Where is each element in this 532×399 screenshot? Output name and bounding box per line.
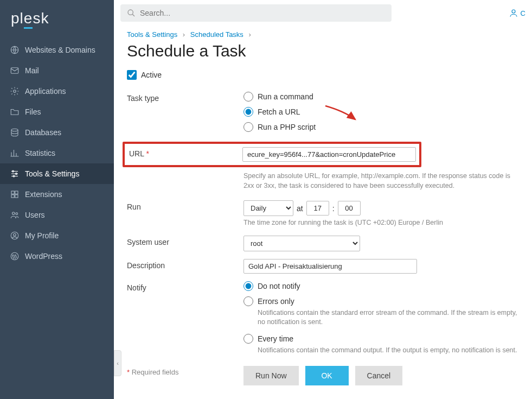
sidebar-item-files[interactable]: Files [0,102,114,122]
run-minute-input[interactable] [338,201,361,216]
description-row: Description [127,259,519,274]
main-area: C Tools & Settings › Scheduled Tasks › S… [114,0,532,399]
search-box[interactable] [120,4,392,22]
sidebar-item-label: Files [25,107,41,116]
database-icon [10,128,20,137]
svg-rect-10 [15,195,18,198]
sidebar-item-users[interactable]: Users [0,205,114,225]
sidebar-item-my-profile[interactable]: My Profile [0,225,114,246]
active-checkbox[interactable] [127,70,137,80]
run-now-button[interactable]: Run Now [243,366,299,385]
required-note: * Required fields [127,366,243,376]
globe-icon [10,45,20,55]
run-at-label: at [297,204,303,213]
svg-point-6 [13,175,15,177]
search-input[interactable] [140,9,385,17]
svg-point-11 [12,212,15,215]
sidebar-item-label: Mail [25,66,39,75]
sidebar-item-label: Applications [25,87,66,96]
puzzle-icon [10,189,20,199]
svg-point-3 [11,129,18,131]
svg-point-4 [12,170,14,172]
folder-icon [10,107,20,117]
system-user-select[interactable]: root [243,236,360,251]
chevron-right-icon: › [245,30,254,39]
page-title: Schedule a Task [127,42,519,60]
svg-rect-7 [11,191,14,194]
sidebar-item-applications[interactable]: Applications [0,81,114,102]
user-icon [509,8,518,18]
task-type-php-radio[interactable] [243,122,253,132]
notify-none-radio[interactable] [243,281,253,291]
ok-button[interactable]: OK [305,366,349,385]
brand-logo: plesk [0,0,114,40]
notify-always-radio[interactable] [243,334,253,344]
footer-row: * Required fields Run Now OK Cancel [127,366,519,385]
task-type-url-radio[interactable] [243,107,253,117]
mail-icon [10,66,20,75]
users-icon [10,210,20,220]
svg-point-18 [512,10,515,13]
svg-point-2 [14,90,16,93]
sidebar-item-label: Extensions [25,190,62,199]
sidebar-item-extensions[interactable]: Extensions [0,184,114,205]
sidebar-item-label: Websites & Domains [25,46,95,54]
profile-icon [10,231,20,240]
notify-none-label: Do not notify [258,282,300,290]
search-icon [127,9,136,17]
wordpress-icon [10,251,20,261]
run-label: Run [127,200,243,211]
run-help: The time zone for running the task is (U… [243,218,519,228]
breadcrumb-item-scheduled[interactable]: Scheduled Tasks [190,30,243,39]
task-type-cmd-radio[interactable] [243,92,253,102]
sidebar-item-label: Tools & Settings [25,169,79,178]
sidebar-item-tools-settings[interactable]: Tools & Settings [0,163,114,184]
task-type-cmd-label: Run a command [258,92,313,101]
run-frequency-select[interactable]: Daily [243,200,293,216]
url-label: URL * [128,147,242,158]
content: Tools & Settings › Scheduled Tasks › Sch… [114,26,532,399]
sidebar-item-mail[interactable]: Mail [0,60,114,81]
sidebar: plesk Websites & DomainsMailApplications… [0,0,114,399]
svg-point-16 [128,10,133,15]
run-row: Run Daily at : The time zone for running… [127,200,519,228]
stats-icon [10,148,20,158]
svg-point-12 [16,213,18,215]
sidebar-item-label: Users [25,211,45,219]
active-label: Active [141,71,162,79]
user-link[interactable]: C [509,8,525,18]
run-hour-input[interactable] [306,201,329,216]
notify-errors-radio[interactable] [243,296,253,306]
url-highlighted-row: URL * [123,142,421,167]
run-colon: : [332,204,335,213]
cancel-button[interactable]: Cancel [355,366,403,385]
task-type-url-label: Fetch a URL [258,107,300,116]
gear-icon [10,86,20,96]
notify-always-label: Every time [258,334,293,343]
arrow-annotation [323,103,361,125]
notify-label: Notify [127,281,243,292]
sidebar-nav: Websites & DomainsMailApplicationsFilesD… [0,40,114,267]
svg-point-14 [14,233,16,236]
notify-always-help: Notifications contain the command output… [258,346,519,356]
sidebar-item-label: My Profile [25,231,59,240]
url-help: Specify an absolute URL, for example, ht… [243,172,519,191]
svg-rect-1 [11,68,18,74]
sidebar-item-label: Statistics [25,149,55,157]
sidebar-item-wordpress[interactable]: WordPress [0,246,114,267]
active-checkbox-row: Active [127,70,519,80]
user-link-text: C [521,9,525,17]
task-type-label: Task type [127,92,243,103]
sliders-icon [10,169,20,179]
notify-errors-label: Errors only [258,297,294,306]
url-input[interactable] [242,147,416,162]
svg-rect-9 [11,195,14,198]
notify-errors-help: Notifications contain the standard error… [258,308,519,327]
sidebar-collapse-toggle[interactable]: ‹ [114,350,121,376]
sidebar-item-databases[interactable]: Databases [0,122,114,143]
svg-point-5 [16,173,17,175]
sidebar-item-websites-domains[interactable]: Websites & Domains [0,40,114,60]
description-input[interactable] [243,259,417,274]
breadcrumb-item-tools[interactable]: Tools & Settings [127,30,177,39]
sidebar-item-statistics[interactable]: Statistics [0,143,114,163]
